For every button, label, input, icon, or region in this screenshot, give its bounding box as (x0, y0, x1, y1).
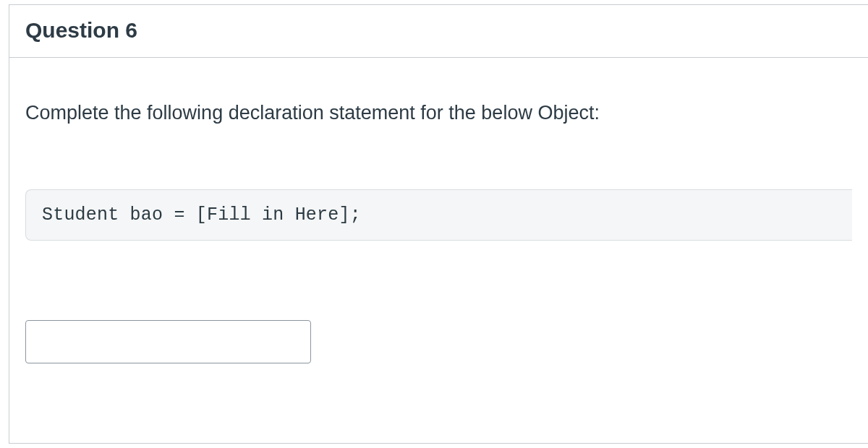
code-block: Student bao = [Fill in Here]; (25, 189, 852, 241)
question-container: Question 6 Complete the following declar… (9, 4, 868, 444)
answer-area (25, 320, 852, 363)
question-title: Question 6 (25, 18, 852, 43)
answer-input[interactable] (25, 320, 311, 363)
question-prompt: Complete the following declaration state… (25, 100, 852, 126)
question-body: Complete the following declaration state… (9, 58, 868, 379)
question-header: Question 6 (9, 5, 868, 58)
